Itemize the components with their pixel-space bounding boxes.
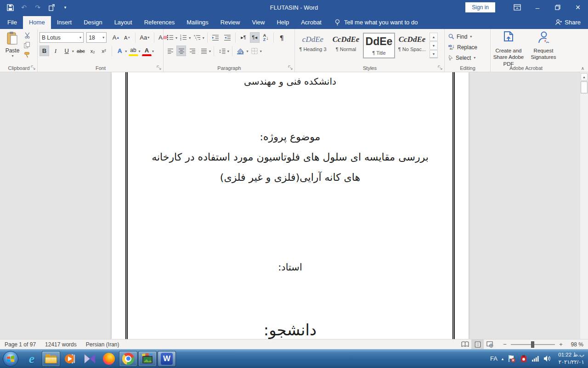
style-title[interactable]: DdEe ¶ Title <box>363 33 395 58</box>
bold-button[interactable]: B <box>40 46 49 56</box>
start-button[interactable] <box>3 351 18 367</box>
antivirus-tray-icon[interactable] <box>520 355 527 362</box>
tray-expand-icon[interactable]: ▴ <box>502 356 504 361</box>
borders-button[interactable] <box>250 46 260 56</box>
paragraph-title-line2[interactable]: های کانه آرایی(فلزی و غیر فلزی) <box>139 172 441 183</box>
read-mode-icon[interactable] <box>459 339 471 349</box>
font-color-dropdown-icon[interactable]: ▾ <box>152 49 154 53</box>
tab-help[interactable]: Help <box>271 16 295 29</box>
align-center-button[interactable] <box>176 46 186 56</box>
justify-dropdown-icon[interactable]: ▾ <box>209 49 211 53</box>
vertical-scrollbar[interactable]: ▲ <box>580 72 588 339</box>
minimize-button[interactable]: – <box>527 0 548 15</box>
tab-layout[interactable]: Layout <box>108 16 138 29</box>
tab-home[interactable]: Home <box>23 16 51 29</box>
save-icon[interactable] <box>6 4 14 11</box>
tab-references[interactable]: References <box>138 16 181 29</box>
paragraph-professor[interactable]: استاد: <box>139 262 441 273</box>
language-switcher[interactable]: FA <box>490 355 498 362</box>
tab-view[interactable]: View <box>246 16 271 29</box>
align-right-button[interactable] <box>188 46 198 56</box>
subscript-button[interactable]: x₂ <box>88 46 97 56</box>
highlight-button[interactable]: ab <box>129 46 138 56</box>
close-button[interactable]: × <box>568 0 588 15</box>
show-hide-pilcrow-button[interactable]: ¶ <box>277 32 287 43</box>
tab-insert[interactable]: Insert <box>51 16 78 29</box>
decrease-indent-button[interactable] <box>210 32 220 43</box>
underline-button[interactable]: U <box>62 46 72 56</box>
restore-button[interactable] <box>548 0 568 15</box>
cut-icon[interactable] <box>24 32 31 40</box>
clock[interactable]: ب.ظ 01:22 ۲۰۲۱/۲۲/۰۱ <box>555 351 584 366</box>
sign-in-button[interactable]: Sign in <box>465 2 495 12</box>
change-case-button[interactable]: Aa▾ <box>138 32 151 43</box>
redo-icon[interactable]: ↷ <box>34 4 41 11</box>
line-spacing-button[interactable]: ↕ <box>217 46 227 56</box>
document-canvas[interactable]: دانشکده فنی و مهندسی موضوع پروژه: بررسی … <box>0 72 588 339</box>
grow-font-button[interactable]: A▲ <box>111 32 121 43</box>
text-effects-button[interactable]: A <box>115 46 124 56</box>
word-count[interactable]: 12417 words <box>40 341 81 348</box>
taskbar-photo-viewer-icon[interactable] <box>138 351 157 367</box>
style-nospacing[interactable]: CcDdEe ¶ No Spac... <box>396 33 428 58</box>
network-signal-icon[interactable] <box>531 355 539 362</box>
zoom-percentage[interactable]: 98 % <box>568 341 588 348</box>
request-signatures-button[interactable]: x Request Signatures <box>527 31 560 63</box>
action-center-flag-icon[interactable] <box>508 355 515 362</box>
paragraph-student[interactable]: دانشجو: <box>139 321 441 339</box>
tab-acrobat[interactable]: Acrobat <box>295 16 328 29</box>
zoom-slider-thumb[interactable] <box>531 341 534 348</box>
ribbon-display-options-icon[interactable] <box>507 0 527 15</box>
select-button[interactable]: Select ▾ <box>448 52 488 63</box>
bullets-dropdown-icon[interactable]: ▾ <box>175 36 177 40</box>
shading-dropdown-icon[interactable]: ▾ <box>246 49 248 53</box>
text-effects-dropdown-icon[interactable]: ▾ <box>125 49 127 53</box>
paragraph-project-subject[interactable]: موضوع پروژه: <box>139 131 441 143</box>
multilevel-dropdown-icon[interactable]: ▾ <box>203 36 204 40</box>
tab-review[interactable]: Review <box>215 16 246 29</box>
tab-mailings[interactable]: Mailings <box>181 16 215 29</box>
web-layout-icon[interactable] <box>484 339 496 349</box>
page-indicator[interactable]: Page 1 of 97 <box>0 341 40 348</box>
shrink-font-button[interactable]: A▼ <box>123 32 132 43</box>
zoom-slider[interactable] <box>511 344 555 345</box>
zoom-out-button[interactable]: − <box>501 341 509 348</box>
ltr-direction-button[interactable]: ▸¶ <box>238 32 248 43</box>
strikethrough-button[interactable]: abc <box>75 46 86 56</box>
tab-design[interactable]: Design <box>78 16 108 29</box>
taskbar-firefox-icon[interactable] <box>100 351 118 367</box>
italic-button[interactable]: I <box>51 46 60 56</box>
styles-scroll-up-icon[interactable]: ▴ <box>430 33 438 41</box>
find-button[interactable]: Find ▾ <box>448 31 488 42</box>
scrollbar-thumb[interactable] <box>581 81 588 93</box>
zoom-in-button[interactable]: + <box>557 341 565 348</box>
increase-indent-button[interactable] <box>222 32 232 43</box>
line-spacing-dropdown-icon[interactable]: ▾ <box>227 49 229 53</box>
superscript-button[interactable]: x² <box>99 46 108 56</box>
styles-more-icon[interactable]: ▾ <box>430 50 438 58</box>
language-indicator[interactable]: Persian (Iran) <box>81 341 124 348</box>
font-color-button[interactable]: A <box>142 46 152 56</box>
shading-button[interactable] <box>235 46 246 56</box>
tab-file[interactable]: File <box>0 16 23 29</box>
replace-button[interactable]: abac Replace <box>448 42 488 52</box>
style-normal[interactable]: CcDdEe ¶ Normal <box>330 33 362 58</box>
borders-dropdown-icon[interactable]: ▾ <box>260 49 262 53</box>
styles-scroll-down-icon[interactable]: ▾ <box>430 41 438 50</box>
numbering-dropdown-icon[interactable]: ▾ <box>189 36 191 40</box>
document-page[interactable]: دانشکده فنی و مهندسی موضوع پروژه: بررسی … <box>112 72 469 339</box>
taskbar-explorer-icon[interactable] <box>42 351 60 367</box>
paragraph-title-line1[interactable]: بررسی مقایسه ای سلول های فلوتاسیون مورد … <box>139 151 441 163</box>
copy-icon[interactable] <box>24 42 31 50</box>
touch-mouse-mode-icon[interactable] <box>48 4 55 11</box>
numbering-button[interactable]: 123 <box>179 32 188 43</box>
bullets-button[interactable] <box>165 32 175 43</box>
print-layout-icon[interactable] <box>471 339 484 349</box>
paste-button[interactable]: Paste ▾ <box>2 31 23 63</box>
taskbar-chrome-icon[interactable] <box>119 351 137 367</box>
justify-button[interactable] <box>199 46 209 56</box>
volume-icon[interactable] <box>543 355 551 362</box>
format-painter-icon[interactable] <box>24 52 31 59</box>
align-left-button[interactable] <box>165 46 175 56</box>
share-button[interactable]: Share <box>555 19 588 29</box>
